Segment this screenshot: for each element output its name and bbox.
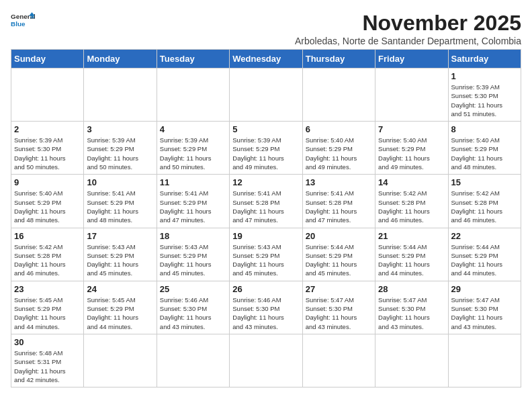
calendar-cell: 5Sunrise: 5:39 AM Sunset: 5:29 PM Daylig… bbox=[230, 122, 302, 175]
day-info: Sunrise: 5:45 AM Sunset: 5:29 PM Dayligh… bbox=[87, 295, 153, 331]
calendar-cell: 17Sunrise: 5:43 AM Sunset: 5:29 PM Dayli… bbox=[84, 228, 157, 281]
day-info: Sunrise: 5:44 AM Sunset: 5:29 PM Dayligh… bbox=[378, 242, 445, 278]
day-number: 3 bbox=[87, 124, 153, 134]
day-number: 18 bbox=[160, 231, 226, 241]
day-info: Sunrise: 5:41 AM Sunset: 5:29 PM Dayligh… bbox=[160, 189, 226, 224]
day-info: Sunrise: 5:40 AM Sunset: 5:29 PM Dayligh… bbox=[451, 136, 518, 171]
calendar-cell: 6Sunrise: 5:40 AM Sunset: 5:29 PM Daylig… bbox=[302, 122, 375, 175]
calendar-cell: 18Sunrise: 5:43 AM Sunset: 5:29 PM Dayli… bbox=[157, 228, 229, 281]
day-number: 26 bbox=[232, 284, 299, 294]
calendar-cell bbox=[375, 68, 448, 122]
day-info: Sunrise: 5:44 AM Sunset: 5:29 PM Dayligh… bbox=[451, 242, 518, 278]
calendar-week-row: 1Sunrise: 5:39 AM Sunset: 5:30 PM Daylig… bbox=[11, 68, 521, 122]
column-header-friday: Friday bbox=[375, 50, 448, 68]
calendar-cell: 22Sunrise: 5:44 AM Sunset: 5:29 PM Dayli… bbox=[448, 228, 521, 281]
day-number: 14 bbox=[378, 177, 445, 187]
day-info: Sunrise: 5:39 AM Sunset: 5:29 PM Dayligh… bbox=[87, 136, 153, 171]
calendar-table: SundayMondayTuesdayWednesdayThursdayFrid… bbox=[11, 49, 521, 387]
calendar-cell: 10Sunrise: 5:41 AM Sunset: 5:29 PM Dayli… bbox=[84, 175, 157, 228]
day-number: 13 bbox=[306, 177, 372, 187]
day-info: Sunrise: 5:41 AM Sunset: 5:29 PM Dayligh… bbox=[87, 189, 153, 224]
day-info: Sunrise: 5:45 AM Sunset: 5:29 PM Dayligh… bbox=[14, 295, 81, 331]
calendar-week-row: 9Sunrise: 5:40 AM Sunset: 5:29 PM Daylig… bbox=[11, 175, 521, 228]
calendar-cell bbox=[448, 334, 521, 387]
calendar-cell bbox=[11, 68, 84, 122]
calendar-cell: 11Sunrise: 5:41 AM Sunset: 5:29 PM Dayli… bbox=[157, 175, 229, 228]
column-header-thursday: Thursday bbox=[302, 50, 375, 68]
calendar-cell: 2Sunrise: 5:39 AM Sunset: 5:30 PM Daylig… bbox=[11, 122, 84, 175]
day-number: 16 bbox=[14, 231, 81, 241]
page-header: General Blue November 2025 Arboledas, No… bbox=[11, 11, 521, 46]
day-number: 22 bbox=[451, 231, 518, 241]
day-number: 27 bbox=[306, 284, 372, 294]
calendar-cell bbox=[84, 334, 157, 387]
calendar-cell: 4Sunrise: 5:39 AM Sunset: 5:29 PM Daylig… bbox=[157, 122, 229, 175]
day-info: Sunrise: 5:39 AM Sunset: 5:30 PM Dayligh… bbox=[451, 83, 518, 118]
calendar-cell: 19Sunrise: 5:43 AM Sunset: 5:29 PM Dayli… bbox=[230, 228, 302, 281]
day-number: 8 bbox=[451, 124, 518, 134]
month-title: November 2025 bbox=[295, 11, 521, 36]
calendar-cell: 9Sunrise: 5:40 AM Sunset: 5:29 PM Daylig… bbox=[11, 175, 84, 228]
day-info: Sunrise: 5:39 AM Sunset: 5:30 PM Dayligh… bbox=[14, 136, 81, 171]
calendar-cell: 21Sunrise: 5:44 AM Sunset: 5:29 PM Dayli… bbox=[375, 228, 448, 281]
day-number: 5 bbox=[232, 124, 299, 134]
calendar-cell bbox=[230, 68, 302, 122]
day-number: 15 bbox=[451, 177, 518, 187]
day-number: 25 bbox=[160, 284, 226, 294]
calendar-cell: 1Sunrise: 5:39 AM Sunset: 5:30 PM Daylig… bbox=[448, 68, 521, 122]
calendar-cell: 3Sunrise: 5:39 AM Sunset: 5:29 PM Daylig… bbox=[84, 122, 157, 175]
day-number: 20 bbox=[306, 231, 372, 241]
day-info: Sunrise: 5:42 AM Sunset: 5:28 PM Dayligh… bbox=[451, 189, 518, 224]
day-info: Sunrise: 5:46 AM Sunset: 5:30 PM Dayligh… bbox=[160, 295, 226, 331]
calendar-cell: 23Sunrise: 5:45 AM Sunset: 5:29 PM Dayli… bbox=[11, 281, 84, 334]
column-header-sunday: Sunday bbox=[11, 50, 84, 68]
day-info: Sunrise: 5:47 AM Sunset: 5:30 PM Dayligh… bbox=[378, 295, 445, 331]
day-number: 2 bbox=[14, 124, 81, 134]
calendar-cell: 14Sunrise: 5:42 AM Sunset: 5:28 PM Dayli… bbox=[375, 175, 448, 228]
day-info: Sunrise: 5:40 AM Sunset: 5:29 PM Dayligh… bbox=[14, 189, 81, 224]
day-number: 23 bbox=[14, 284, 81, 294]
day-info: Sunrise: 5:40 AM Sunset: 5:29 PM Dayligh… bbox=[378, 136, 445, 171]
calendar-cell: 26Sunrise: 5:46 AM Sunset: 5:30 PM Dayli… bbox=[230, 281, 302, 334]
day-number: 9 bbox=[14, 177, 81, 187]
calendar-week-row: 16Sunrise: 5:42 AM Sunset: 5:28 PM Dayli… bbox=[11, 228, 521, 281]
calendar-cell bbox=[157, 334, 229, 387]
day-info: Sunrise: 5:46 AM Sunset: 5:30 PM Dayligh… bbox=[232, 295, 299, 331]
logo-icon: General Blue bbox=[11, 11, 35, 30]
day-info: Sunrise: 5:39 AM Sunset: 5:29 PM Dayligh… bbox=[160, 136, 226, 171]
calendar-cell bbox=[302, 334, 375, 387]
column-header-wednesday: Wednesday bbox=[230, 50, 302, 68]
day-number: 17 bbox=[87, 231, 153, 241]
calendar-week-row: 2Sunrise: 5:39 AM Sunset: 5:30 PM Daylig… bbox=[11, 122, 521, 175]
day-info: Sunrise: 5:43 AM Sunset: 5:29 PM Dayligh… bbox=[232, 242, 299, 278]
day-info: Sunrise: 5:47 AM Sunset: 5:30 PM Dayligh… bbox=[306, 295, 372, 331]
calendar-cell: 24Sunrise: 5:45 AM Sunset: 5:29 PM Dayli… bbox=[84, 281, 157, 334]
calendar-cell: 30Sunrise: 5:48 AM Sunset: 5:31 PM Dayli… bbox=[11, 334, 84, 387]
day-info: Sunrise: 5:43 AM Sunset: 5:29 PM Dayligh… bbox=[87, 242, 153, 278]
calendar-cell bbox=[230, 334, 302, 387]
calendar-cell bbox=[84, 68, 157, 122]
column-header-monday: Monday bbox=[84, 50, 157, 68]
calendar-cell: 28Sunrise: 5:47 AM Sunset: 5:30 PM Dayli… bbox=[375, 281, 448, 334]
day-info: Sunrise: 5:40 AM Sunset: 5:29 PM Dayligh… bbox=[306, 136, 372, 171]
calendar-cell: 8Sunrise: 5:40 AM Sunset: 5:29 PM Daylig… bbox=[448, 122, 521, 175]
day-number: 4 bbox=[160, 124, 226, 134]
day-info: Sunrise: 5:39 AM Sunset: 5:29 PM Dayligh… bbox=[232, 136, 299, 171]
day-number: 12 bbox=[232, 177, 299, 187]
calendar-cell bbox=[157, 68, 229, 122]
calendar-week-row: 23Sunrise: 5:45 AM Sunset: 5:29 PM Dayli… bbox=[11, 281, 521, 334]
day-number: 28 bbox=[378, 284, 445, 294]
day-number: 21 bbox=[378, 231, 445, 241]
calendar-cell bbox=[302, 68, 375, 122]
day-number: 6 bbox=[306, 124, 372, 134]
calendar-cell: 27Sunrise: 5:47 AM Sunset: 5:30 PM Dayli… bbox=[302, 281, 375, 334]
title-area: November 2025 Arboledas, Norte de Santan… bbox=[295, 11, 521, 46]
day-number: 19 bbox=[232, 231, 299, 241]
calendar-cell: 15Sunrise: 5:42 AM Sunset: 5:28 PM Dayli… bbox=[448, 175, 521, 228]
day-info: Sunrise: 5:42 AM Sunset: 5:28 PM Dayligh… bbox=[14, 242, 81, 278]
calendar-cell: 7Sunrise: 5:40 AM Sunset: 5:29 PM Daylig… bbox=[375, 122, 448, 175]
logo: General Blue bbox=[11, 11, 35, 30]
day-number: 7 bbox=[378, 124, 445, 134]
location-title: Arboledas, Norte de Santander Department… bbox=[295, 36, 521, 46]
calendar-cell: 20Sunrise: 5:44 AM Sunset: 5:29 PM Dayli… bbox=[302, 228, 375, 281]
